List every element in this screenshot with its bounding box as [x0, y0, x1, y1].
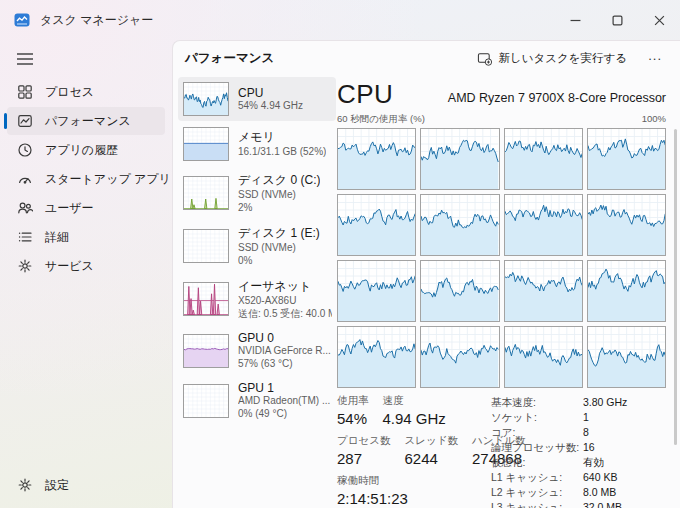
sidebar-item-label: サービス [45, 258, 94, 275]
stat-virtualization-value: 有効 [583, 456, 627, 470]
sidebar-item-startup-apps[interactable]: スタートアップ アプリ [7, 165, 165, 193]
minimize-button[interactable] [554, 3, 596, 37]
perf-item-text: GPU 0NVIDIA GeForce R...57% (63 °C) [238, 331, 331, 370]
sidebar: プロセスパフォーマンスアプリの履歴スタートアップ アプリユーザー詳細サービス 設… [0, 40, 172, 508]
sidebar-item-services[interactable]: サービス [7, 252, 165, 280]
stat-uptime: 稼働時間2:14:51:23 [337, 474, 408, 507]
cpu-core-chart-5 [420, 194, 499, 256]
perf-item-name: CPU [238, 86, 303, 100]
users-icon [17, 200, 33, 216]
stat-usage: 使用率54% [337, 394, 369, 427]
perf-item-disk0[interactable]: ディスク 0 (C:)SSD (NVMe)2% [178, 167, 336, 219]
stat-threads: スレッド数6244 [404, 434, 457, 467]
sidebar-item-label: 設定 [45, 477, 69, 494]
perf-item-ethernet[interactable]: イーサネットX520-AX86U送信: 0.5 受信: 40.0 Mbp [178, 273, 336, 325]
perf-item-gpu1[interactable]: GPU 1AMD Radeon(TM) ...0% (49 °C) [178, 376, 336, 425]
perf-item-name: メモリ [238, 129, 326, 146]
sidebar-item-settings[interactable]: 設定 [7, 471, 165, 499]
sidebar-item-label: アプリの履歴 [45, 142, 118, 159]
cpu-core-chart-10 [504, 260, 583, 322]
maximize-button[interactable] [596, 3, 638, 37]
performance-icon [17, 113, 33, 129]
selected-indicator [4, 113, 7, 129]
stat-l3-cache-value: 32.0 MB [583, 501, 627, 508]
cpu-core-chart-12 [337, 326, 416, 388]
stat-value: 6244 [404, 450, 457, 467]
perf-item-subtext: 57% (63 °C) [238, 358, 331, 371]
cpu-core-chart-3 [587, 128, 666, 190]
run-new-task-button[interactable]: 新しいタスクを実行する [468, 46, 637, 71]
minimize-icon [570, 15, 581, 26]
perf-item-subtext: 送信: 0.5 受信: 40.0 Mbp [238, 308, 332, 321]
cpu-core-chart-0 [337, 128, 416, 190]
axis-label-right: 100% [642, 113, 666, 126]
stat-label: 稼働時間 [337, 474, 408, 488]
more-options-button[interactable]: ... [640, 46, 670, 71]
perf-item-name: ディスク 0 (C:) [238, 172, 320, 189]
processes-icon [17, 84, 33, 100]
perf-item-name: GPU 1 [238, 381, 330, 395]
perf-item-gpu0[interactable]: GPU 0NVIDIA GeForce R...57% (63 °C) [178, 326, 336, 375]
stat-l3-cache-label: L3 キャッシュ: [491, 501, 579, 508]
perf-item-subtext: 0% [238, 255, 320, 268]
gpu1-thumbnail-chart [183, 384, 229, 418]
window-controls [554, 0, 680, 40]
stat-speed: 速度4.94 GHz [383, 394, 446, 427]
sidebar-bottom: 設定 [0, 470, 172, 500]
perf-item-cpu[interactable]: CPU54% 4.94 GHz [178, 77, 336, 121]
close-button[interactable] [638, 3, 680, 37]
main-panel: パフォーマンス 新しいタスクを実行する ... CPU54% 4.94 GHzメ… [172, 40, 680, 508]
performance-list: CPU54% 4.94 GHzメモリ16.1/31.1 GB (52%)ディスク… [178, 77, 336, 426]
ethernet-thumbnail-chart [183, 282, 229, 316]
perf-item-subtext: NVIDIA GeForce R... [238, 345, 331, 358]
stat-cores-label: コア: [491, 426, 579, 440]
cpu-core-chart-8 [337, 260, 416, 322]
perf-item-text: イーサネットX520-AX86U送信: 0.5 受信: 40.0 Mbp [238, 278, 332, 320]
perf-item-name: ディスク 1 (E:) [238, 225, 320, 242]
sidebar-item-details[interactable]: 詳細 [7, 223, 165, 251]
cpu-core-chart-1 [420, 128, 499, 190]
stat-processes: プロセス数287 [337, 434, 390, 467]
perf-item-text: GPU 1AMD Radeon(TM) ...0% (49 °C) [238, 381, 330, 420]
stat-cores-value: 8 [583, 426, 627, 440]
perf-item-memory[interactable]: メモリ16.1/31.1 GB (52%) [178, 122, 336, 166]
logical-processor-chart-grid [337, 128, 666, 388]
perf-item-subtext: SSD (NVMe) [238, 189, 320, 202]
cpu-core-chart-13 [420, 326, 499, 388]
stat-basic-speed-label: 基本速度: [491, 396, 579, 410]
detail-title: CPU [337, 79, 393, 109]
stat-label: 使用率 [337, 394, 369, 408]
perf-item-subtext: 54% 4.94 GHz [238, 100, 303, 113]
perf-item-subtext: AMD Radeon(TM) ... [238, 395, 330, 408]
perf-item-subtext: 0% (49 °C) [238, 408, 330, 421]
stat-l1-cache-label: L1 キャッシュ: [491, 471, 579, 485]
stat-value: 54% [337, 410, 369, 427]
gpu0-thumbnail-chart [183, 334, 229, 368]
stat-basic-speed-value: 3.80 GHz [583, 396, 627, 410]
memory-thumbnail-chart [183, 127, 229, 161]
window-title: タスク マネージャー [40, 12, 153, 29]
cpu-detail-pane: CPU AMD Ryzen 7 9700X 8-Core Processor 6… [337, 79, 666, 506]
cpu-core-chart-11 [587, 260, 666, 322]
sidebar-item-label: ユーザー [45, 200, 94, 217]
perf-item-subtext: SSD (NVMe) [238, 242, 320, 255]
sidebar-item-processes[interactable]: プロセス [7, 78, 165, 106]
sidebar-item-app-history[interactable]: アプリの履歴 [7, 136, 165, 164]
chart-axis-labels: 60 秒間の使用率 (%) 100% [337, 113, 666, 126]
sidebar-item-performance[interactable]: パフォーマンス [7, 107, 165, 135]
vertical-scrollbar[interactable] [674, 129, 677, 445]
stat-l2-cache-value: 8.0 MB [583, 486, 627, 500]
perf-item-text: ディスク 0 (C:)SSD (NVMe)2% [238, 172, 320, 214]
perf-item-text: ディスク 1 (E:)SSD (NVMe)0% [238, 225, 320, 267]
disk0-thumbnail-chart [183, 176, 229, 210]
sidebar-item-label: スタートアップ アプリ [45, 171, 171, 188]
cpu-core-chart-9 [420, 260, 499, 322]
stat-row: プロセス数287スレッド数6244ハンドル数274868 [337, 434, 489, 467]
sidebar-item-label: 詳細 [45, 229, 69, 246]
navigation-menu-button[interactable] [10, 46, 40, 72]
sidebar-item-users[interactable]: ユーザー [7, 194, 165, 222]
cpu-core-chart-6 [504, 194, 583, 256]
perf-item-name: イーサネット [238, 278, 332, 295]
cpu-stats-left: 使用率54%速度4.94 GHzプロセス数287スレッド数6244ハンドル数27… [337, 394, 489, 508]
perf-item-disk1[interactable]: ディスク 1 (E:)SSD (NVMe)0% [178, 220, 336, 272]
